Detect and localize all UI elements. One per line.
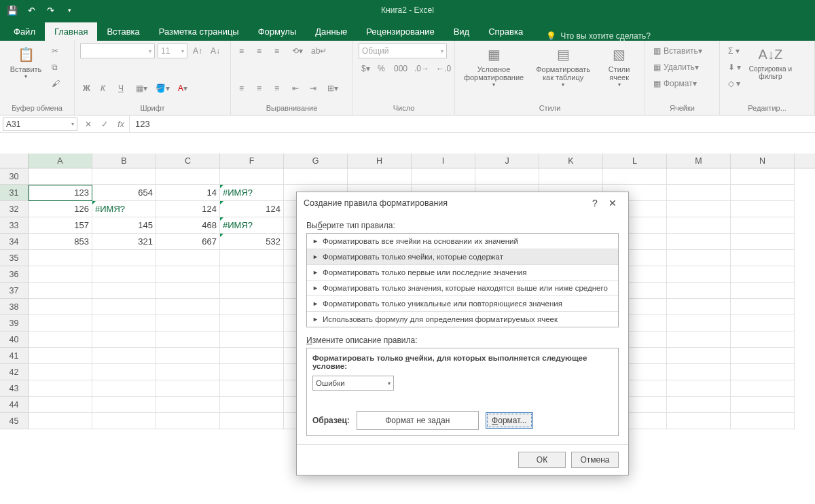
cell[interactable]: 145 xyxy=(92,217,156,234)
decrease-indent-button[interactable]: ⇤ xyxy=(289,81,304,96)
clear-button[interactable]: ◇ ▾ xyxy=(725,76,744,91)
font-color-button[interactable]: A▾ xyxy=(175,81,190,96)
cell[interactable] xyxy=(29,315,92,331)
cell[interactable] xyxy=(92,299,156,315)
increase-indent-button[interactable]: ⇥ xyxy=(307,81,322,96)
wrap-text-button[interactable]: ab↵ xyxy=(308,43,329,58)
cell[interactable] xyxy=(156,380,220,397)
cell[interactable]: #ИМЯ? xyxy=(220,217,284,234)
cell[interactable] xyxy=(731,331,795,348)
cell[interactable] xyxy=(156,299,220,315)
cell[interactable] xyxy=(156,397,220,413)
orientation-button[interactable]: ⟲▾ xyxy=(289,43,306,58)
cell[interactable] xyxy=(220,331,284,348)
tell-me-search[interactable]: 💡 Что вы хотите сделать? xyxy=(546,31,651,41)
tab-view[interactable]: Вид xyxy=(444,22,479,41)
cell[interactable] xyxy=(220,283,284,299)
row-header[interactable]: 38 xyxy=(0,299,29,315)
column-header[interactable]: K xyxy=(539,154,603,168)
cell[interactable] xyxy=(220,380,284,397)
rule-type-item[interactable]: ►Использовать формулу для определения фо… xyxy=(307,312,618,327)
row-header[interactable]: 32 xyxy=(0,201,29,217)
row-header[interactable]: 34 xyxy=(0,234,29,250)
row-header[interactable]: 39 xyxy=(0,315,29,331)
cell[interactable] xyxy=(667,413,731,429)
underline-button[interactable]: Ч xyxy=(115,81,130,96)
format-button[interactable]: Формат... xyxy=(486,412,533,429)
cell[interactable] xyxy=(156,348,220,364)
cell[interactable]: 124 xyxy=(220,201,284,217)
cell[interactable] xyxy=(667,348,731,364)
column-header[interactable]: N xyxy=(731,154,795,168)
cell[interactable] xyxy=(156,364,220,380)
redo-icon[interactable]: ↷ xyxy=(42,2,58,18)
cell[interactable]: 853 xyxy=(29,234,92,250)
paste-button[interactable]: 📋 Вставить ▾ xyxy=(5,43,46,79)
tab-layout[interactable]: Разметка страницы xyxy=(149,22,249,41)
row-header[interactable]: 36 xyxy=(0,266,29,283)
row-header[interactable]: 40 xyxy=(0,331,29,348)
cell[interactable] xyxy=(412,168,475,185)
align-center-button[interactable]: ≡ xyxy=(254,81,269,96)
cell[interactable] xyxy=(731,201,795,217)
cancel-formula-button[interactable]: ✕ xyxy=(80,120,96,129)
cell[interactable] xyxy=(92,397,156,413)
cell[interactable] xyxy=(731,185,795,201)
undo-icon[interactable]: ↶ xyxy=(23,2,39,18)
increase-font-button[interactable]: A↑ xyxy=(190,43,205,58)
cell[interactable] xyxy=(667,299,731,315)
comma-button[interactable]: 000 xyxy=(391,61,410,76)
cell[interactable] xyxy=(667,168,731,185)
cell[interactable]: 123 xyxy=(29,185,92,201)
row-header[interactable]: 30 xyxy=(0,168,29,185)
insert-cells-button[interactable]: ▦ Вставить ▾ xyxy=(651,43,705,58)
cell[interactable] xyxy=(667,234,731,250)
copy-button[interactable]: ⧉ xyxy=(49,60,64,75)
fill-button[interactable]: ⬇ ▾ xyxy=(725,60,744,75)
cell[interactable] xyxy=(92,331,156,348)
cell[interactable] xyxy=(156,283,220,299)
cell[interactable] xyxy=(284,168,348,185)
cell[interactable] xyxy=(92,315,156,331)
column-header[interactable]: J xyxy=(475,154,539,168)
column-header[interactable]: C xyxy=(156,154,220,168)
cell[interactable] xyxy=(667,315,731,331)
cut-button[interactable]: ✂ xyxy=(49,43,64,58)
row-header[interactable]: 41 xyxy=(0,348,29,364)
align-bottom-button[interactable]: ≡ xyxy=(272,43,287,58)
enter-formula-button[interactable]: ✓ xyxy=(96,120,113,129)
cell[interactable]: #ИМЯ? xyxy=(92,201,156,217)
cell[interactable] xyxy=(29,283,92,299)
cell[interactable] xyxy=(92,266,156,283)
tab-data[interactable]: Данные xyxy=(306,22,357,41)
row-header[interactable]: 43 xyxy=(0,380,29,397)
cell[interactable]: 157 xyxy=(29,217,92,234)
rule-type-item[interactable]: ►Форматировать все ячейки на основании и… xyxy=(307,234,618,249)
cell[interactable] xyxy=(667,331,731,348)
cell[interactable] xyxy=(348,168,412,185)
cell[interactable]: 654 xyxy=(92,185,156,201)
name-box[interactable]: A31 ▾ xyxy=(3,118,77,131)
cell[interactable] xyxy=(92,413,156,429)
help-button[interactable]: ? xyxy=(586,198,604,209)
cell[interactable] xyxy=(667,217,731,234)
formula-input[interactable]: 123 xyxy=(129,115,815,132)
rule-type-item[interactable]: ►Форматировать только ячейки, которые со… xyxy=(307,249,618,265)
cell[interactable] xyxy=(92,168,156,185)
row-header[interactable]: 42 xyxy=(0,364,29,380)
decrease-font-button[interactable]: A↓ xyxy=(208,43,223,58)
cell[interactable] xyxy=(29,250,92,266)
tab-help[interactable]: Справка xyxy=(479,22,532,41)
cell[interactable] xyxy=(156,250,220,266)
cell[interactable] xyxy=(731,364,795,380)
align-middle-button[interactable]: ≡ xyxy=(254,43,269,58)
rule-type-item[interactable]: ►Форматировать только первые или последн… xyxy=(307,265,618,281)
cell[interactable] xyxy=(156,331,220,348)
tab-insert[interactable]: Вставка xyxy=(97,22,149,41)
cell[interactable] xyxy=(220,266,284,283)
cell[interactable] xyxy=(731,397,795,413)
cell[interactable] xyxy=(220,168,284,185)
tab-review[interactable]: Рецензирование xyxy=(357,22,443,41)
cell[interactable] xyxy=(667,364,731,380)
cell[interactable] xyxy=(731,413,795,429)
